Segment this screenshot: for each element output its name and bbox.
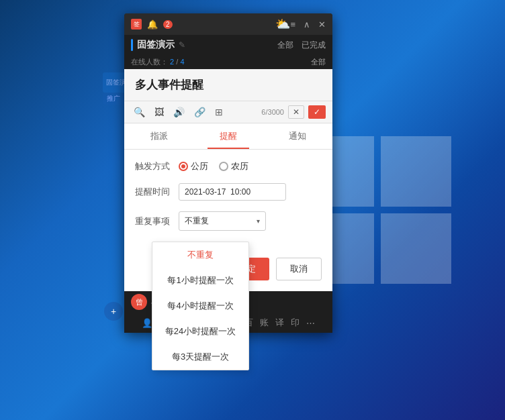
time-label: 提醒时间 — [135, 186, 179, 198]
online-info-bar: 在线人数： 2 / 4 全部 — [124, 55, 332, 69]
close-icon[interactable]: ✕ — [318, 19, 326, 30]
link-icon[interactable]: 🔗 — [191, 105, 208, 119]
tab-assign[interactable]: 指派 — [124, 123, 193, 149]
cloud-icon: ⛅ — [275, 17, 290, 32]
dropdown-option-0[interactable]: 不重复 — [152, 242, 248, 268]
char-count: 6/3000 — [261, 108, 284, 116]
sub-header: 固签演示 ✎ 全部 已完成 — [124, 35, 332, 55]
datetime-input[interactable] — [179, 183, 286, 201]
avatar-text: 曾 — [136, 297, 143, 307]
time-content — [179, 183, 322, 201]
notification-badge: 2 — [163, 20, 173, 29]
tab-notify[interactable]: 通知 — [263, 123, 332, 149]
dropdown-option-1[interactable]: 每1小时提醒一次 — [152, 268, 248, 293]
editor-toolbar: 🔍 🖼 🔊 🔗 ⊞ 6/3000 ✕ ✓ — [124, 101, 332, 123]
image-icon[interactable]: 🖼 — [152, 105, 167, 119]
bg-push-label: 推广 — [103, 93, 124, 105]
dropdown-arrow-icon: ▾ — [257, 217, 260, 225]
trigger-options: 公历 农历 — [179, 160, 322, 172]
reminder-title-bar: 多人事件提醒 — [124, 69, 332, 101]
all-filter[interactable]: 全部 — [277, 40, 293, 51]
radio-dot-gregorian — [179, 162, 188, 171]
sub-header-title: 固签演示 — [137, 39, 175, 51]
print-icon[interactable]: 印 — [291, 317, 300, 329]
reminder-title: 多人事件提醒 — [135, 78, 203, 91]
search-icon[interactable]: 🔍 — [131, 105, 148, 119]
app-icon: 签 — [131, 19, 142, 30]
radio-gregorian[interactable]: 公历 — [179, 160, 208, 172]
trigger-row: 触发方式 公历 农历 — [135, 160, 322, 172]
repeat-row: 重复事项 不重复 ▾ — [135, 211, 322, 231]
bell-icon: 🔔 — [147, 19, 158, 30]
tab-reminder[interactable]: 提醒 — [193, 123, 263, 149]
sub-header-left: 固签演示 ✎ — [131, 39, 185, 51]
filter-buttons: 全部 已完成 — [277, 40, 326, 51]
desktop: 固签演示 推广 + 签 🔔 2 ⛅ ≡ ∧ ✕ — [0, 0, 505, 420]
radio-dot-lunar — [219, 162, 228, 171]
dropdown-option-4[interactable]: 每3天提醒一次 — [152, 344, 248, 370]
radio-lunar[interactable]: 农历 — [219, 160, 248, 172]
repeat-dropdown: 不重复 每1小时提醒一次 每4小时提醒一次 每24小时提醒一次 每3天提醒一次 — [152, 242, 249, 370]
time-row: 提醒时间 — [135, 183, 322, 201]
radio-group: 公历 农历 — [179, 160, 248, 172]
title-bar-left: 签 🔔 2 ⛅ — [131, 17, 290, 32]
filter-all-label[interactable]: 全部 — [311, 57, 326, 67]
contact-icon[interactable]: 👤 — [142, 318, 152, 328]
dropdown-option-2[interactable]: 每4小时提醒一次 — [152, 293, 248, 319]
done-filter[interactable]: 已完成 — [302, 40, 326, 51]
menu-icon[interactable]: ≡ — [290, 19, 295, 30]
title-bar: 签 🔔 2 ⛅ ≡ ∧ ✕ — [124, 13, 332, 35]
repeat-selected-value: 不重复 — [185, 215, 209, 227]
audio-icon[interactable]: 🔊 — [171, 105, 187, 119]
chat-avatar: 曾 — [131, 294, 147, 310]
repeat-content: 不重复 ▾ — [179, 211, 322, 231]
trigger-label: 触发方式 — [135, 160, 179, 172]
dropdown-option-3[interactable]: 每24小时提醒一次 — [152, 319, 248, 344]
more-icon[interactable]: ⋯ — [306, 318, 315, 328]
table-icon[interactable]: ⊞ — [212, 105, 226, 119]
blue-accent-bar — [131, 39, 133, 51]
online-label: 在线人数： 2 / 4 — [131, 57, 185, 67]
save-button[interactable]: ✓ — [308, 105, 326, 119]
repeat-select[interactable]: 不重复 ▾ — [179, 211, 266, 231]
tabs-bar: 指派 提醒 通知 — [124, 123, 332, 150]
discard-button[interactable]: ✕ — [288, 105, 304, 119]
window-controls: ≡ ∧ ✕ — [290, 19, 326, 30]
account-icon[interactable]: 账 — [260, 317, 269, 329]
edit-icon[interactable]: ✎ — [179, 40, 185, 50]
cancel-button[interactable]: 取消 — [276, 258, 322, 280]
form-area: 触发方式 公历 农历 提醒时间 — [124, 150, 332, 252]
repeat-label: 重复事项 — [135, 215, 179, 227]
expand-icon[interactable]: ∧ — [304, 19, 310, 30]
translate-icon[interactable]: 译 — [275, 317, 284, 329]
bg-add-button[interactable]: + — [104, 302, 123, 321]
online-count: 2 — [170, 58, 174, 66]
online-total: 4 — [180, 58, 184, 66]
